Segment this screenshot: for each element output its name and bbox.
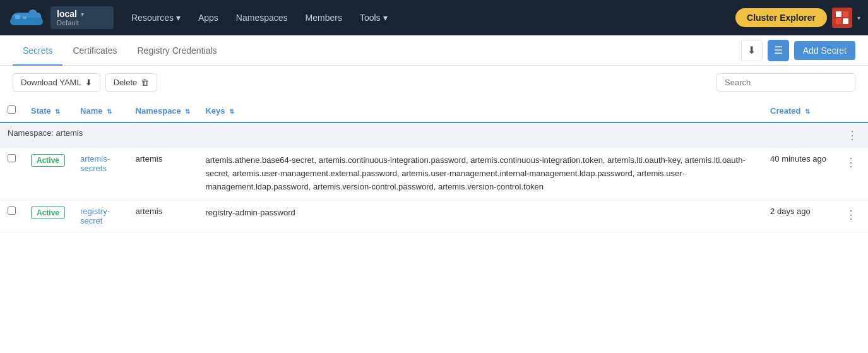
namespace-cell: artemis bbox=[128, 200, 198, 232]
secret-name-link[interactable]: artemis-secrets bbox=[80, 154, 110, 173]
namespace-header-row: Namespace: artemis ⋮ bbox=[0, 123, 868, 148]
avatar-chevron-icon: ▾ bbox=[857, 15, 860, 21]
keys-cell: registry-admin-password bbox=[198, 200, 763, 232]
tab-secrets[interactable]: Secrets bbox=[13, 35, 62, 66]
th-keys[interactable]: Keys ⇅ bbox=[198, 99, 763, 123]
row-checkbox-cell bbox=[0, 148, 23, 200]
th-name[interactable]: Name ⇅ bbox=[73, 99, 128, 123]
main-content: Secrets Certificates Registry Credential… bbox=[0, 35, 868, 353]
download-yaml-button[interactable]: Download YAML ⬇ bbox=[13, 73, 100, 92]
nav-resources[interactable]: Resources ▾ bbox=[124, 9, 188, 27]
cluster-selector[interactable]: local ▾ Default bbox=[51, 6, 114, 29]
trash-icon: 🗑 bbox=[141, 78, 149, 87]
user-avatar[interactable] bbox=[832, 8, 852, 28]
chevron-down-icon-tools: ▾ bbox=[383, 13, 388, 23]
topnav-links: Resources ▾ Apps Namespaces Members Tool… bbox=[124, 9, 735, 27]
cluster-explorer-button[interactable]: Cluster Explorer bbox=[735, 8, 827, 27]
nav-apps[interactable]: Apps bbox=[191, 9, 226, 27]
delete-button[interactable]: Delete 🗑 bbox=[105, 73, 158, 92]
tabs-actions: ⬇ ☰ Add Secret bbox=[741, 40, 855, 61]
row-actions-cell: ⋮ bbox=[834, 200, 868, 232]
toolbar: Download YAML ⬇ Delete 🗑 bbox=[0, 66, 868, 99]
cluster-chevron-icon: ▾ bbox=[81, 11, 84, 18]
delete-label: Delete bbox=[114, 78, 138, 87]
topnav-actions: Cluster Explorer ▾ bbox=[735, 8, 860, 28]
th-created[interactable]: Created ⇅ bbox=[763, 99, 834, 123]
created-cell: 2 days ago bbox=[763, 200, 834, 232]
state-cell: Active bbox=[23, 200, 73, 232]
row-checkbox[interactable] bbox=[8, 206, 16, 215]
list-icon: ☰ bbox=[774, 44, 783, 56]
download-yaml-label: Download YAML bbox=[21, 78, 81, 87]
row-actions-button[interactable]: ⋮ bbox=[841, 154, 860, 171]
th-state[interactable]: State ⇅ bbox=[23, 99, 73, 123]
sort-keys-icon: ⇅ bbox=[229, 108, 234, 115]
th-checkbox bbox=[0, 99, 23, 123]
table-row: Active registry-secret artemis registry-… bbox=[0, 200, 868, 232]
status-badge: Active bbox=[31, 206, 65, 219]
chevron-down-icon: ▾ bbox=[176, 13, 181, 23]
download-icon: ⬇ bbox=[747, 44, 756, 56]
created-cell: 40 minutes ago bbox=[763, 148, 834, 200]
search-input[interactable] bbox=[716, 73, 855, 92]
sort-created-icon: ⇅ bbox=[805, 108, 810, 115]
tab-certificates[interactable]: Certificates bbox=[62, 35, 127, 66]
state-cell: Active bbox=[23, 148, 73, 200]
download-icon-button[interactable]: ⬇ bbox=[741, 40, 763, 61]
row-actions-cell: ⋮ bbox=[834, 148, 868, 200]
table-header-row: State ⇅ Name ⇅ Namespace ⇅ Keys ⇅ Create… bbox=[0, 99, 868, 123]
row-actions-button[interactable]: ⋮ bbox=[841, 206, 860, 223]
sort-namespace-icon: ⇅ bbox=[185, 108, 190, 115]
secrets-table: State ⇅ Name ⇅ Namespace ⇅ Keys ⇅ Create… bbox=[0, 99, 868, 232]
nav-members[interactable]: Members bbox=[298, 9, 350, 27]
th-namespace[interactable]: Namespace ⇅ bbox=[128, 99, 198, 123]
row-checkbox-cell bbox=[0, 200, 23, 232]
cluster-name: local bbox=[57, 9, 77, 19]
status-badge: Active bbox=[31, 154, 65, 167]
svg-rect-6 bbox=[23, 16, 27, 19]
name-cell: registry-secret bbox=[73, 200, 128, 232]
namespace-label: Namespace: artemis ⋮ bbox=[0, 123, 868, 148]
table-row: Active artemis-secrets artemis artemis.a… bbox=[0, 148, 868, 200]
name-cell: artemis-secrets bbox=[73, 148, 128, 200]
list-view-button[interactable]: ☰ bbox=[768, 40, 789, 61]
nav-tools[interactable]: Tools ▾ bbox=[352, 9, 395, 27]
row-checkbox[interactable] bbox=[8, 154, 16, 162]
tabs-bar: Secrets Certificates Registry Credential… bbox=[0, 35, 868, 66]
download-yaml-icon: ⬇ bbox=[85, 78, 92, 87]
namespace-actions-button[interactable]: ⋮ bbox=[844, 128, 860, 142]
namespace-cell: artemis bbox=[128, 148, 198, 200]
sort-name-icon: ⇅ bbox=[107, 108, 112, 115]
keys-cell: artemis.athene.base64-secret, artemis.co… bbox=[198, 148, 763, 200]
th-actions bbox=[834, 99, 868, 123]
nav-namespaces[interactable]: Namespaces bbox=[229, 9, 295, 27]
select-all-checkbox[interactable] bbox=[8, 105, 16, 114]
svg-rect-5 bbox=[15, 15, 20, 19]
logo[interactable] bbox=[8, 5, 45, 30]
sort-state-icon: ⇅ bbox=[55, 108, 60, 115]
secret-name-link[interactable]: registry-secret bbox=[80, 206, 110, 225]
cluster-env: Default bbox=[57, 19, 79, 27]
svg-rect-4 bbox=[10, 18, 43, 25]
add-secret-button[interactable]: Add Secret bbox=[794, 41, 855, 60]
topnav: local ▾ Default Resources ▾ Apps Namespa… bbox=[0, 0, 868, 35]
tab-registry-credentials[interactable]: Registry Credentials bbox=[128, 35, 227, 66]
